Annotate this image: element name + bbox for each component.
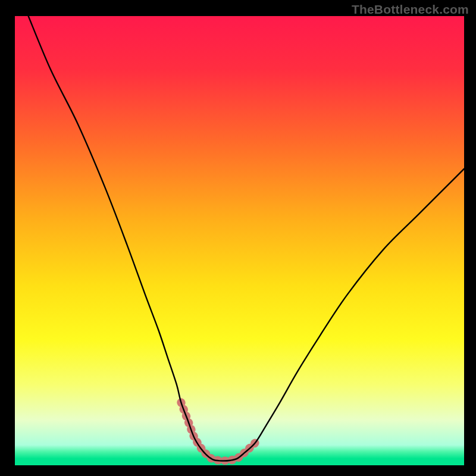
watermark-text: TheBottleneck.com [352,2,469,17]
green-floor-band [15,461,464,465]
plot-background [15,16,464,465]
chart-stage: TheBottleneck.com [0,0,476,476]
bottleneck-chart [0,0,476,476]
